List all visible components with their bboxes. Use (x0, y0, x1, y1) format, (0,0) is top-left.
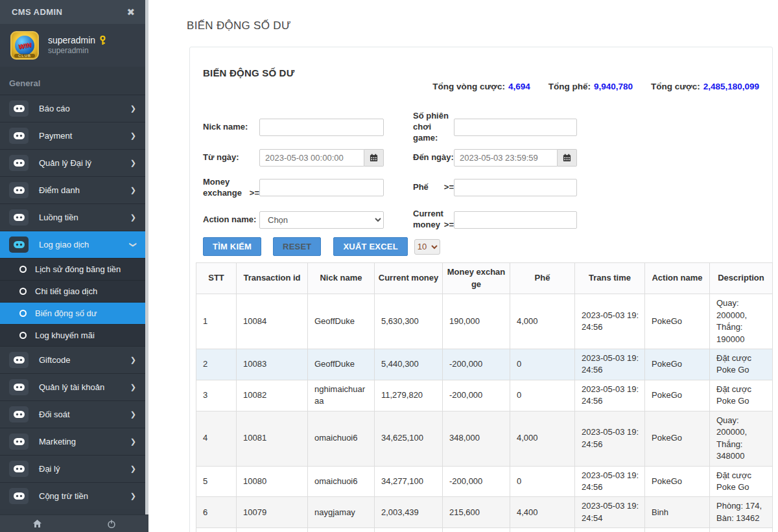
session-input[interactable] (454, 119, 577, 136)
cell-money-exchange: 215,600 (443, 497, 510, 528)
session-label: Số phiên chơi game: (413, 111, 454, 144)
cell-current-money: 5,440,300 (375, 349, 443, 380)
sidebar-item-luong-tien[interactable]: Luồng tiền❯ (0, 203, 145, 231)
sidebar-subitem-log-khuyen-mai[interactable]: Log khuyến mãi (0, 324, 145, 346)
cell-phe: 0 (510, 466, 575, 497)
sidebar-item-quan-ly-dai-ly[interactable]: Quản lý Đại lý❯ (0, 149, 145, 176)
table-header-row: STTTransaction idNick nameCurrent moneyM… (196, 263, 773, 294)
circle-icon (19, 266, 27, 273)
sidebar-item-bao-cao[interactable]: Báo cáo❯ (0, 95, 145, 122)
action-name-label: Action name: (203, 214, 259, 226)
action-name-select[interactable]: Chọn (259, 211, 384, 229)
cell-phe: 400 (510, 528, 575, 532)
cell-nick-name: GeoffDuke (308, 349, 375, 380)
cell-phe: 0 (510, 380, 575, 411)
gamepad-icon (9, 352, 29, 368)
from-date-group (259, 149, 384, 167)
current-money-input[interactable] (454, 211, 577, 229)
export-excel-button[interactable]: XUẤT EXCEL (333, 237, 407, 256)
gamepad-icon (9, 434, 29, 450)
cell-money-exchange: 348,000 (443, 411, 510, 466)
close-icon[interactable]: ✖ (126, 6, 135, 18)
sidebar-item-quan-ly-tai-khoan[interactable]: Quản lý tài khoản❯ (0, 373, 145, 400)
cell-nick-name: GeoffDuke (308, 294, 375, 349)
cell-current-money: 34,277,100 (375, 466, 443, 497)
cell-money-exchange: -200,000 (443, 349, 510, 380)
cell-trans-time: 2023-05-03 19:24:56 (575, 466, 645, 497)
page-size-select[interactable]: 10 (414, 239, 440, 255)
sidebar-item-dai-ly[interactable]: Đại lý❯ (0, 455, 145, 482)
cell-action-name: PokeGo (645, 349, 710, 380)
cell-trans-time: 2023-05-03 19:24:56 (575, 380, 645, 411)
key-icon (99, 36, 106, 45)
gamepad-icon (9, 488, 29, 504)
calendar-icon[interactable] (558, 149, 577, 167)
search-button[interactable]: TÌM KIẾM (203, 237, 261, 256)
table-row: 310082nghimaichuaraa11,279,820-200,00002… (196, 380, 773, 411)
sidebar-item-payment[interactable]: Payment❯ (0, 122, 145, 149)
from-date-input[interactable] (259, 149, 364, 167)
cell-stt: 2 (196, 349, 237, 380)
cell-description: Quay: 200000, Thắng: 190000 (710, 294, 773, 349)
cell-phe: 4,400 (510, 497, 575, 528)
nickname-input[interactable] (259, 119, 384, 136)
sidebar-section-label: General (0, 67, 145, 95)
chevron-right-icon: ❯ (130, 465, 136, 473)
chevron-right-icon: ❯ (130, 213, 136, 222)
cell-stt: 7 (196, 528, 237, 532)
chevron-right-icon: ❯ (130, 410, 136, 419)
money-exchange-input[interactable] (259, 179, 384, 196)
cell-transaction-id: 10079 (237, 497, 308, 528)
sidebar-subitem-lich-su-dong-bang-tien[interactable]: Lịch sử đóng băng tiền (0, 258, 145, 280)
cell-action-name: PokeGo (645, 466, 710, 497)
power-icon[interactable] (75, 515, 149, 532)
sidebar-item-log-giao-dich[interactable]: Log giao dịch❯ (0, 231, 145, 258)
table-row: 610079naygjamay2,003,439215,6004,4002023… (196, 497, 773, 528)
gamepad-icon (9, 182, 29, 198)
column-header-nick-name: Nick name (308, 263, 375, 294)
cell-action-name: Binh (645, 497, 710, 528)
from-date-label: Từ ngày: (203, 152, 259, 163)
sidebar-item-diem-danh[interactable]: Điểm danh❯ (0, 176, 145, 203)
gamepad-icon (9, 100, 29, 117)
sidebar-item-doi-soat[interactable]: Đối soát❯ (0, 400, 145, 428)
sidebar: CMS ADMIN ✖ W!N CLUB superadmin superadm… (0, 0, 145, 532)
sidebar-subitem-chi-tiet-giao-dich[interactable]: Chi tiết giao dịch (0, 280, 145, 302)
cell-nick-name: naygjamay (308, 497, 375, 528)
cell-money-exchange: -200,000 (443, 466, 510, 497)
sidebar-menu: Báo cáo❯Payment❯Quản lý Đại lý❯Điểm danh… (0, 95, 145, 509)
column-header-money-exchange: Money exchange (443, 263, 510, 294)
cell-phe: 0 (510, 349, 575, 380)
column-header-description: Description (710, 263, 773, 294)
table-row: 210083GeoffDuke5,440,300-200,00002023-05… (196, 349, 773, 380)
cell-money-exchange: -200,000 (443, 380, 510, 411)
calendar-icon[interactable] (364, 149, 384, 167)
home-icon[interactable] (0, 515, 75, 532)
sidebar-item-giftcode[interactable]: Giftcode❯ (0, 346, 145, 373)
column-header-action-name: Action name (645, 263, 710, 294)
cell-transaction-id: 10083 (237, 349, 308, 380)
sidebar-subitem-bien-dong-so-du[interactable]: Biến động số dư (0, 302, 145, 324)
circle-icon (19, 332, 27, 339)
gamepad-icon (9, 406, 29, 422)
sidebar-footer (0, 515, 148, 532)
cell-stt: 3 (196, 380, 237, 411)
chevron-right-icon: ❯ (130, 104, 136, 113)
cell-description: Đặt cược Poke Go (710, 349, 773, 380)
fee-input[interactable] (454, 179, 577, 196)
cell-description: Đặt cược Poke Go (710, 466, 773, 497)
chevron-right-icon: ❯ (130, 132, 136, 140)
chevron-down-icon: ❯ (129, 242, 137, 248)
sidebar-item-cong-tru-tien[interactable]: Cộng trừ tiền❯ (0, 482, 145, 509)
cell-action-name: PokeGo (645, 411, 710, 466)
cell-nick-name: omaichuoi6 (308, 411, 375, 466)
app-title: CMS ADMIN (12, 7, 126, 17)
transactions-table: STTTransaction idNick nameCurrent moneyM… (196, 262, 772, 532)
gamepad-icon (9, 237, 29, 253)
reset-button[interactable]: RESET (273, 237, 321, 256)
sidebar-item-marketing[interactable]: Marketing❯ (0, 428, 145, 455)
chevron-right-icon: ❯ (130, 186, 136, 194)
cell-money-exchange: 190,000 (443, 294, 510, 349)
gamepad-icon (9, 128, 29, 144)
to-date-input[interactable] (454, 149, 558, 167)
